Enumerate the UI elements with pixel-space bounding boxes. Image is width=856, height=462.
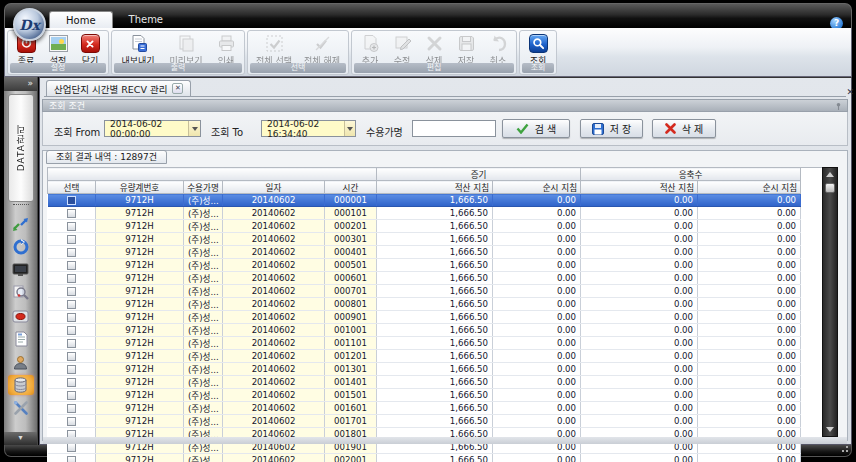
row-checkbox[interactable] bbox=[67, 261, 76, 270]
table-row[interactable]: 9712H (주)성... 20140602 001401 1,666.50 0… bbox=[48, 376, 801, 389]
table-row[interactable]: 9712H (주)성... 20140602 001301 1,666.50 0… bbox=[48, 363, 801, 376]
table-row[interactable]: 9712H (주)성... 20140602 000401 1,666.50 0… bbox=[48, 246, 801, 259]
table-row[interactable]: 9712H (주)성... 20140602 000701 1,666.50 0… bbox=[48, 285, 801, 298]
sidebar-splitter[interactable] bbox=[13, 204, 29, 210]
group-header-condensate[interactable]: 응축수 bbox=[581, 168, 801, 181]
row-checkbox[interactable] bbox=[67, 404, 76, 413]
pin-icon[interactable] bbox=[834, 102, 843, 111]
ribbon-group-output: 내보내기 미리보기 인쇄 출력 bbox=[111, 30, 245, 75]
tab-close-icon[interactable]: ✕ bbox=[172, 83, 183, 94]
col-header-steam-accum[interactable]: 적산 지침 bbox=[377, 181, 493, 194]
chevron-down-icon[interactable] bbox=[188, 121, 200, 136]
ribbon-group-label: 조회 bbox=[522, 63, 554, 73]
row-checkbox[interactable] bbox=[67, 339, 76, 348]
table-row[interactable]: 9712H (주)성... 20140602 000901 1,666.50 0… bbox=[48, 311, 801, 324]
from-date-combo[interactable]: 2014-06-02 00:00:00 bbox=[104, 120, 201, 137]
sidebar-item-transfer[interactable] bbox=[8, 214, 34, 234]
col-header-steam-inst[interactable]: 순시 지침 bbox=[493, 181, 581, 194]
table-row[interactable]: 9712H (주)성... 20140602 002001 1,666.50 0… bbox=[48, 454, 801, 462]
sidebar-item-database[interactable] bbox=[8, 375, 34, 395]
table-row[interactable]: 9712H (주)성... 20140602 001701 1,666.50 0… bbox=[48, 415, 801, 428]
chevron-down-icon[interactable] bbox=[344, 121, 355, 136]
app-logo-text: Dx bbox=[19, 17, 40, 33]
sidebar-panel-title: DATA관리 bbox=[14, 124, 27, 171]
table-row[interactable]: 9712H (주)성... 20140602 001601 1,666.50 0… bbox=[48, 402, 801, 415]
row-checkbox[interactable] bbox=[67, 196, 76, 205]
sidebar-item-monitor[interactable] bbox=[8, 260, 34, 280]
check-icon bbox=[516, 123, 529, 134]
table-row[interactable]: 9712H (주)성... 20140602 000201 1,666.50 0… bbox=[48, 220, 801, 233]
row-checkbox[interactable] bbox=[67, 300, 76, 309]
floppy-icon bbox=[592, 123, 604, 135]
group-header-steam[interactable]: 증기 bbox=[377, 168, 581, 181]
app-logo-orb[interactable]: Dx bbox=[13, 8, 46, 41]
table-row[interactable]: 9712H (주)성... 20140602 001101 1,666.50 0… bbox=[48, 337, 801, 350]
table-row[interactable]: 9712H (주)성... 20140602 000001 1,666.50 0… bbox=[48, 194, 801, 207]
app-window: Dx Home Theme ? 종료 설정 닫기 설정 bbox=[0, 0, 856, 462]
tabstrip-close-icon[interactable]: ✕ bbox=[846, 87, 854, 97]
row-checkbox[interactable] bbox=[67, 222, 76, 231]
ribbon-group-label: 편집 bbox=[354, 63, 514, 73]
row-checkbox[interactable] bbox=[67, 248, 76, 257]
save-button[interactable]: 저 장 bbox=[580, 119, 643, 138]
table-row[interactable]: 9712H (주)성... 20140602 001001 1,666.50 0… bbox=[48, 324, 801, 337]
row-checkbox[interactable] bbox=[67, 235, 76, 244]
sidebar-item-search-report[interactable] bbox=[8, 283, 34, 303]
results-tab[interactable]: 조회 결과 내역 : 12897건 bbox=[46, 150, 167, 164]
row-checkbox[interactable] bbox=[67, 352, 76, 361]
table-row[interactable]: 9712H (주)성... 20140602 000301 1,666.50 0… bbox=[48, 233, 801, 246]
row-checkbox[interactable] bbox=[67, 378, 76, 387]
row-checkbox[interactable] bbox=[67, 209, 76, 218]
sidebar-item-tools[interactable] bbox=[8, 398, 34, 418]
col-header-time[interactable]: 시간 bbox=[325, 181, 377, 194]
col-header-select[interactable]: 선택 bbox=[48, 181, 96, 194]
vertical-scrollbar[interactable] bbox=[822, 167, 838, 437]
col-header-customer[interactable]: 수용가명 bbox=[184, 181, 223, 194]
sidebar-collapse-button[interactable]: » bbox=[4, 77, 37, 91]
document-tab[interactable]: 산업단지 시간별 RECV 관리 ✕ bbox=[46, 80, 191, 96]
ribbon-tab-theme[interactable]: Theme bbox=[113, 11, 180, 28]
col-header-date[interactable]: 일자 bbox=[223, 181, 325, 194]
table-row[interactable]: 9712H (주)성... 20140602 000501 1,666.50 0… bbox=[48, 259, 801, 272]
table-row[interactable]: 9712H (주)성... 20140602 001501 1,666.50 0… bbox=[48, 389, 801, 402]
delete-button[interactable]: 삭 제 bbox=[652, 119, 716, 138]
search-icon bbox=[529, 34, 548, 53]
ribbon-tab-strip: Home Theme bbox=[49, 10, 179, 28]
row-checkbox[interactable] bbox=[67, 443, 76, 452]
col-header-meter[interactable]: 유량계번호 bbox=[96, 181, 184, 194]
row-checkbox[interactable] bbox=[67, 287, 76, 296]
from-date-label: 조회 From bbox=[54, 124, 100, 139]
sidebar-expand-button[interactable]: ▾ bbox=[4, 432, 37, 445]
sidebar-panel-data[interactable]: DATA관리 bbox=[8, 94, 34, 202]
sidebar-item-report[interactable] bbox=[8, 329, 34, 349]
ribbon-tab-home[interactable]: Home bbox=[49, 11, 113, 28]
sidebar-item-refresh[interactable] bbox=[8, 237, 34, 257]
tools-icon bbox=[13, 400, 29, 416]
export-icon bbox=[128, 33, 149, 54]
table-row[interactable]: 9712H (주)성... 20140602 000101 1,666.50 0… bbox=[48, 207, 801, 220]
scroll-up-icon[interactable] bbox=[824, 168, 836, 181]
row-checkbox[interactable] bbox=[67, 313, 76, 322]
to-date-combo[interactable]: 2014-06-02 16:34:40 bbox=[261, 120, 356, 137]
table-row[interactable]: 9712H (주)성... 20140602 000801 1,666.50 0… bbox=[48, 298, 801, 311]
row-checkbox[interactable] bbox=[67, 326, 76, 335]
resize-grip[interactable] bbox=[839, 446, 848, 454]
row-checkbox[interactable] bbox=[67, 365, 76, 374]
table-row[interactable]: 9712H (주)성... 20140602 000601 1,666.50 0… bbox=[48, 272, 801, 285]
row-checkbox[interactable] bbox=[67, 417, 76, 426]
row-checkbox[interactable] bbox=[67, 274, 76, 283]
sidebar-item-user[interactable] bbox=[8, 352, 34, 372]
scroll-down-icon[interactable] bbox=[824, 423, 836, 436]
document-tab-title: 산업단지 시간별 RECV 관리 bbox=[54, 82, 167, 96]
search-button[interactable]: 검 색 bbox=[502, 119, 570, 138]
row-checkbox[interactable] bbox=[67, 456, 76, 462]
col-header-cond-accum[interactable]: 적산 지침 bbox=[581, 181, 698, 194]
ribbon-group-label: 설정 bbox=[10, 63, 106, 73]
row-checkbox[interactable] bbox=[67, 391, 76, 400]
table-row[interactable]: 9712H (주)성... 20140602 001201 1,666.50 0… bbox=[48, 350, 801, 363]
monitor-icon bbox=[12, 263, 29, 277]
sidebar-item-record[interactable] bbox=[8, 306, 34, 326]
customer-name-input[interactable] bbox=[412, 120, 496, 137]
scrollbar-thumb[interactable] bbox=[825, 183, 835, 193]
col-header-cond-inst[interactable]: 순시 지침 bbox=[698, 181, 801, 194]
